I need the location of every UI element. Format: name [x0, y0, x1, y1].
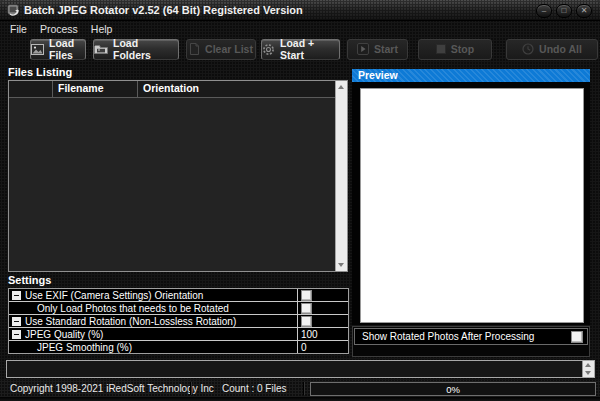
show-rotated-row[interactable]: Show Rotated Photos After Processing [354, 328, 588, 345]
stop-icon [436, 44, 446, 54]
setting-label: JPEG Quality (%) [25, 329, 103, 340]
column-header-blank[interactable] [9, 81, 53, 97]
files-table-header: Filename Orientation [9, 81, 347, 98]
log-scrollbar[interactable] [582, 361, 594, 377]
collapse-minus-icon[interactable] [12, 291, 21, 300]
minimize-button[interactable]: – [536, 4, 552, 18]
preview-image-area [360, 88, 584, 323]
window-controls: – □ ✕ [536, 4, 592, 18]
status-separator [303, 382, 304, 395]
clock-icon [522, 43, 534, 55]
progress-percent: 0% [446, 384, 460, 395]
menu-help[interactable]: Help [91, 23, 113, 35]
setting-label: Only Load Photos that needs to be Rotate… [37, 303, 229, 314]
status-separator [190, 382, 191, 395]
setting-row-standard-rotation[interactable]: Use Standard Rotation (Non-Lossless Rota… [9, 315, 348, 328]
start-button[interactable]: Start [347, 39, 408, 60]
stop-button[interactable]: Stop [418, 39, 492, 60]
window-title: Batch JPEG Rotator v2.52 (64 Bit) Regist… [24, 0, 303, 20]
play-icon [357, 43, 369, 55]
toolbar: Load Files Load Folders Clear List [0, 36, 600, 62]
setting-row-only-load-rotated[interactable]: Only Load Photos that needs to be Rotate… [9, 302, 348, 315]
files-table-scrollbar[interactable] [335, 81, 347, 271]
files-listing-title: Files Listing [8, 66, 72, 78]
standard-rotation-checkbox[interactable] [301, 316, 312, 327]
app-icon [7, 3, 20, 16]
show-rotated-box: Show Rotated Photos After Processing [352, 326, 590, 357]
app-window: Batch JPEG Rotator v2.52 (64 Bit) Regist… [0, 0, 600, 401]
menu-bar: File Process Help [0, 21, 600, 36]
start-label: Start [374, 43, 398, 55]
scroll-down-icon[interactable] [585, 371, 591, 375]
load-start-button[interactable]: Load + Start [261, 39, 340, 60]
preview-title: Preview [358, 69, 398, 81]
image-icon [31, 44, 44, 55]
gear-icon [262, 43, 275, 56]
progress-bar: 0% [310, 382, 596, 396]
show-rotated-label: Show Rotated Photos After Processing [362, 331, 534, 342]
setting-label: Use Standard Rotation (Non-Lossless Rota… [25, 316, 236, 327]
show-rotated-checkbox[interactable] [571, 331, 583, 343]
column-header-filename[interactable]: Filename [53, 81, 138, 97]
load-start-label: Load + Start [280, 37, 339, 61]
only-load-rotated-checkbox[interactable] [301, 303, 312, 314]
setting-row-jpeg-quality[interactable]: JPEG Quality (%) 100 [9, 328, 348, 341]
preview-panel-header: Preview [352, 69, 590, 82]
scroll-up-icon[interactable] [585, 363, 591, 367]
status-bar: Copyright 1998-2021 iRedSoft Technology … [0, 380, 600, 397]
jpeg-smoothing-value[interactable]: 0 [301, 342, 307, 353]
load-folders-label: Load Folders [113, 37, 178, 61]
title-bar[interactable]: Batch JPEG Rotator v2.52 (64 Bit) Regist… [0, 0, 600, 21]
scroll-up-icon[interactable] [338, 85, 344, 89]
collapse-minus-icon[interactable] [12, 317, 21, 326]
scroll-down-icon[interactable] [338, 263, 344, 267]
file-count-text: Count : 0 Files [222, 380, 286, 397]
page-icon [189, 43, 200, 55]
close-button[interactable]: ✕ [576, 4, 592, 18]
load-files-button[interactable]: Load Files [30, 39, 86, 60]
undo-all-button[interactable]: Undo All [506, 39, 598, 60]
collapse-minus-icon[interactable] [12, 330, 21, 339]
load-folders-button[interactable]: Load Folders [93, 39, 179, 60]
maximize-button[interactable]: □ [556, 4, 572, 18]
copyright-text: Copyright 1998-2021 iRedSoft Technology … [10, 380, 214, 397]
load-files-label: Load Files [49, 37, 85, 61]
clear-list-button[interactable]: Clear List [186, 39, 256, 60]
log-box[interactable] [6, 360, 595, 378]
undo-all-label: Undo All [539, 43, 582, 55]
settings-grid: Use EXIF (Camera Settings) Orientation O… [8, 288, 349, 354]
setting-label: JPEG Smoothing (%) [37, 342, 132, 353]
column-header-orientation[interactable]: Orientation [138, 81, 347, 97]
menu-file[interactable]: File [10, 23, 27, 35]
clear-list-label: Clear List [205, 43, 253, 55]
files-table[interactable]: Filename Orientation [8, 80, 348, 272]
setting-row-exif-orientation[interactable]: Use EXIF (Camera Settings) Orientation [9, 289, 348, 302]
menu-process[interactable]: Process [40, 23, 78, 35]
stop-label: Stop [451, 43, 474, 55]
settings-title: Settings [8, 274, 51, 286]
window-bottom-edge [0, 397, 600, 401]
setting-label: Use EXIF (Camera Settings) Orientation [25, 290, 203, 301]
setting-row-jpeg-smoothing[interactable]: JPEG Smoothing (%) 0 [9, 341, 348, 353]
exif-orientation-checkbox[interactable] [301, 290, 312, 301]
folder-icon [94, 44, 108, 55]
jpeg-quality-value[interactable]: 100 [301, 329, 318, 340]
